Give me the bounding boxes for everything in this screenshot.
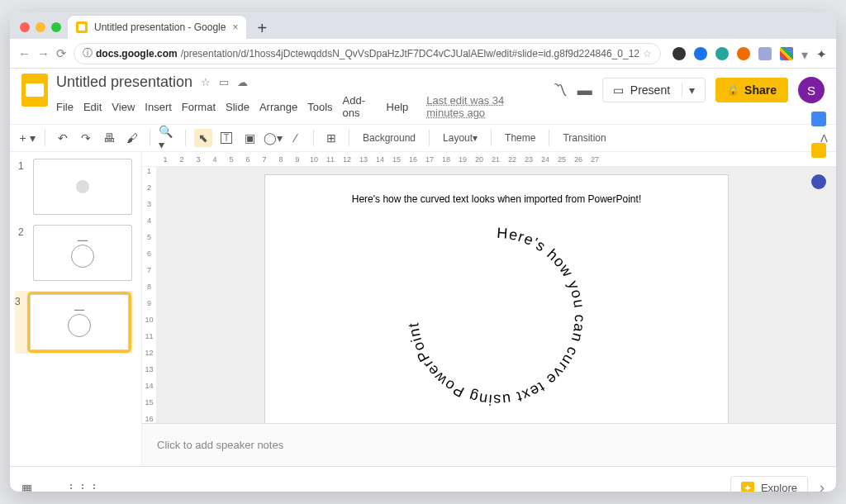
last-edit-status[interactable]: Last edit was 34 minutes ago xyxy=(426,94,544,119)
filmstrip[interactable]: 1 2 ━━━━ 3 ━━━━ xyxy=(10,152,142,466)
present-dropdown-icon[interactable]: ▾ xyxy=(682,83,695,97)
slides-favicon-icon xyxy=(76,21,88,33)
menu-arrange[interactable]: Arrange xyxy=(259,101,297,113)
menu-file[interactable]: File xyxy=(56,101,74,113)
app-header: Untitled presentation ☆ ▭ ☁ File Edit Vi… xyxy=(10,69,836,119)
reload-icon[interactable]: ⟳ xyxy=(56,46,67,61)
cloud-saved-icon[interactable]: ☁ xyxy=(237,76,248,88)
ext-icon[interactable] xyxy=(737,47,750,60)
url-path: /presentation/d/1hoss4jDctewqddsN_QvVsDp… xyxy=(181,48,639,59)
menu-view[interactable]: View xyxy=(112,101,135,113)
slide-thumbnail-2[interactable]: 2 ━━━━ xyxy=(18,225,133,281)
apps-icon[interactable]: ⋮⋮⋮ xyxy=(835,47,836,60)
horizontal-ruler: 1234567891011121314151617181920212223242… xyxy=(142,152,836,167)
paint-format-button[interactable]: 🖌 xyxy=(123,129,141,147)
main-area: 1 2 ━━━━ 3 ━━━━ 123456789101112131415161… xyxy=(10,152,836,466)
layout-button[interactable]: Layout ▾ xyxy=(438,129,482,147)
new-tab-button[interactable]: + xyxy=(251,17,273,39)
window-controls[interactable] xyxy=(20,22,61,32)
line-tool[interactable]: ∕ xyxy=(287,129,305,147)
tab-title: Untitled presentation - Google xyxy=(94,21,226,33)
new-slide-button[interactable]: + ▾ xyxy=(18,129,36,147)
thumb-number: 2 xyxy=(18,225,26,281)
share-button[interactable]: 🔒 Share xyxy=(715,78,788,102)
url-host: docs.google.com xyxy=(96,48,178,59)
back-icon[interactable]: ← xyxy=(18,46,31,60)
browser-tab[interactable]: Untitled presentation - Google × xyxy=(68,16,246,39)
menu-bar: File Edit View Insert Format Slide Arran… xyxy=(56,94,544,119)
url-input[interactable]: ⓘ docs.google.com /presentation/d/1hoss4… xyxy=(74,43,661,64)
menu-insert[interactable]: Insert xyxy=(145,101,172,113)
shape-tool[interactable]: ◯▾ xyxy=(264,129,282,147)
menu-help[interactable]: Help xyxy=(387,101,409,113)
textbox-tool[interactable]: 🅃 xyxy=(217,129,235,147)
chevron-right-icon[interactable]: › xyxy=(820,479,825,492)
notes-placeholder: Click to add speaker notes xyxy=(157,439,283,451)
calendar-addon-icon[interactable] xyxy=(811,112,826,126)
slides-logo-icon[interactable] xyxy=(21,74,48,107)
thumb-number: 1 xyxy=(18,159,26,215)
slide-canvas[interactable]: Here's how the curved text looks when im… xyxy=(265,175,728,423)
extensions: ▾ ✦ ⋮⋮⋮ ⋮ xyxy=(673,45,836,63)
comments-icon[interactable]: ▬ xyxy=(577,82,592,99)
activity-icon[interactable]: 〽 xyxy=(553,82,568,99)
slide-heading-text[interactable]: Here's how the curved text looks when im… xyxy=(265,193,728,205)
transition-button[interactable]: Transition xyxy=(558,129,611,147)
zoom-button[interactable]: 🔍▾ xyxy=(159,129,177,147)
slide-thumbnail-3[interactable]: 3 ━━━━ xyxy=(15,291,133,354)
tasks-addon-icon[interactable] xyxy=(811,174,826,189)
ext-icon[interactable] xyxy=(694,47,707,60)
ext-icon[interactable] xyxy=(758,47,772,60)
lock-icon: 🔒 xyxy=(727,84,739,96)
present-icon: ▭ xyxy=(613,83,624,97)
toolbar: + ▾ ↶ ↷ 🖶 🖌 🔍▾ ⬉ 🅃 ▣ ◯▾ ∕ ⊞ Background L… xyxy=(10,124,836,152)
thumb-preview-icon: ━━━━ xyxy=(71,239,94,268)
menu-format[interactable]: Format xyxy=(182,101,216,113)
bottom-bar: ▦ ⋮⋮⋮ ✦ Explore › xyxy=(10,466,836,492)
grid-view-icon[interactable]: ⋮⋮⋮ xyxy=(65,482,100,492)
slide-area[interactable]: Here's how the curved text looks when im… xyxy=(157,167,836,423)
filmstrip-view-icon[interactable]: ▦ xyxy=(21,482,32,492)
explore-button[interactable]: ✦ Explore xyxy=(730,476,808,492)
document-title[interactable]: Untitled presentation xyxy=(56,74,192,91)
extensions-menu-icon[interactable]: ✦ xyxy=(816,47,827,60)
forward-icon[interactable]: → xyxy=(37,46,50,60)
ext-icon[interactable] xyxy=(780,47,793,60)
vertical-ruler: 12345678910111213141516 xyxy=(142,167,157,423)
explore-star-icon: ✦ xyxy=(741,482,754,492)
ext-icon[interactable] xyxy=(673,47,686,60)
curved-text-object[interactable]: Here's how you can curve text using Powe… xyxy=(389,209,604,423)
image-tool[interactable]: ▣ xyxy=(240,129,259,147)
menu-tools[interactable]: Tools xyxy=(307,101,332,113)
thumb-preview-icon xyxy=(76,180,89,193)
share-label: Share xyxy=(744,83,777,97)
close-tab-icon[interactable]: × xyxy=(232,21,238,33)
address-bar: ← → ⟳ ⓘ docs.google.com /presentation/d/… xyxy=(10,39,836,69)
print-button[interactable]: 🖶 xyxy=(100,129,118,147)
present-button[interactable]: ▭ Present ▾ xyxy=(602,78,706,102)
canvas-wrap: 1234567891011121314151617181920212223242… xyxy=(142,152,836,466)
lock-icon: ⓘ xyxy=(83,46,93,60)
keep-addon-icon[interactable] xyxy=(811,143,826,158)
ext-icon[interactable]: ▾ xyxy=(801,47,808,60)
star-icon[interactable]: ☆ xyxy=(201,76,211,88)
slide-thumbnail-1[interactable]: 1 xyxy=(18,159,133,215)
bookmark-icon[interactable]: ☆ xyxy=(643,48,652,59)
move-icon[interactable]: ▭ xyxy=(219,76,229,88)
redo-button[interactable]: ↷ xyxy=(77,129,95,147)
speaker-notes[interactable]: Click to add speaker notes xyxy=(142,423,836,466)
menu-edit[interactable]: Edit xyxy=(83,101,102,113)
present-label: Present xyxy=(630,83,670,97)
side-panel-rail xyxy=(801,95,836,343)
svg-text:Here's how you can curve text : Here's how you can curve text using Powe… xyxy=(405,225,588,408)
menu-addons[interactable]: Add-ons xyxy=(343,94,377,119)
ext-icon[interactable] xyxy=(715,47,729,60)
select-tool[interactable]: ⬉ xyxy=(194,129,212,147)
comment-button[interactable]: ⊞ xyxy=(322,129,340,147)
theme-button[interactable]: Theme xyxy=(500,129,540,147)
undo-button[interactable]: ↶ xyxy=(54,129,72,147)
background-button[interactable]: Background xyxy=(358,129,421,147)
menu-slide[interactable]: Slide xyxy=(226,101,250,113)
explore-label: Explore xyxy=(761,482,797,492)
thumb-number: 3 xyxy=(15,294,23,350)
